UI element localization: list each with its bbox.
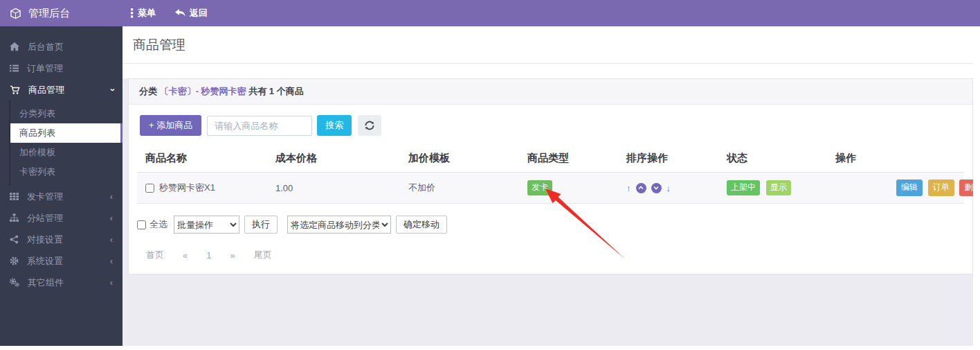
chevron-left-icon: ‹ [110, 234, 113, 245]
cube-icon [10, 8, 21, 19]
sidebar-item-home[interactable]: 后台首页 [0, 36, 122, 58]
home-icon [10, 42, 19, 51]
sort-controls: ↑ ↓ [626, 183, 710, 193]
pagination: 首页 « 1 » 尾页 [137, 249, 964, 261]
move-category-select[interactable]: 将选定商品移动到分类 [287, 216, 391, 234]
product-cost: 1.00 [267, 173, 400, 204]
cart-icon [10, 85, 20, 95]
topbar: 管理后台 菜单 返回 [0, 0, 980, 26]
chevron-left-icon: ‹ [110, 277, 113, 288]
sort-circle-down-icon[interactable] [651, 183, 662, 193]
grid-icon [10, 192, 19, 201]
refresh-button[interactable] [358, 115, 381, 136]
chevron-left-icon: ‹ [110, 256, 113, 266]
sidebar-item-orders[interactable]: 订单管理 [0, 58, 122, 79]
pagination-prev[interactable]: « [183, 250, 188, 261]
sort-down-icon[interactable]: ↓ [666, 183, 671, 193]
pagination-first[interactable]: 首页 [146, 249, 164, 261]
sidebar-item-system[interactable]: 系统设置 ‹ [0, 250, 122, 272]
back-link-label: 返回 [190, 7, 208, 19]
sidebar-item-other[interactable]: 其它组件 ‹ [0, 272, 122, 293]
product-panel: 分类 〔卡密〕- 秒赞网卡密 共有 1 个商品 + 添加商品 搜索 [128, 78, 973, 274]
search-button[interactable]: 搜索 [317, 115, 352, 136]
edit-button[interactable]: 编辑 [896, 180, 923, 196]
sidebar-item-products[interactable]: 商品管理 ‹ [0, 79, 122, 100]
pagination-page-1[interactable]: 1 [206, 250, 211, 261]
sidebar-item-label: 其它组件 [28, 277, 64, 289]
products-submenu: 分类列表 商品列表 加价模板 卡密列表 [0, 100, 122, 186]
add-product-button[interactable]: + 添加商品 [140, 115, 201, 136]
product-name: 秒赞网卡密X1 [159, 182, 215, 194]
sidebar-item-substation[interactable]: 分站管理 ‹ [0, 207, 122, 229]
product-markup: 不加价 [400, 173, 519, 204]
col-header-status: 状态 [718, 144, 827, 173]
page-title: 商品管理 [133, 36, 185, 54]
page-background: 分类 〔卡密〕- 秒赞网卡密 共有 1 个商品 + 添加商品 搜索 [122, 78, 973, 350]
back-link[interactable]: 返回 [175, 7, 208, 19]
sidebar-item-label: 后台首页 [28, 41, 64, 53]
status-badge-visible[interactable]: 显示 [766, 180, 791, 195]
sidebar-subitem-markup-template[interactable]: 加价模板 [0, 143, 122, 162]
sidebar-item-faka[interactable]: 发卡管理 ‹ [0, 186, 122, 207]
list-icon [10, 64, 19, 73]
topbar-links: 菜单 返回 [131, 7, 208, 19]
sidebar-subitem-card-list[interactable]: 卡密列表 [0, 162, 122, 182]
execute-button[interactable]: 执行 [244, 216, 278, 234]
scrollbar-track[interactable] [973, 53, 980, 350]
col-header-actions: 操作 [827, 144, 964, 173]
pagination-last[interactable]: 尾页 [254, 249, 272, 261]
menu-dots-icon [131, 8, 134, 18]
sidebar-item-label: 订单管理 [27, 62, 63, 75]
bottom-edge [0, 346, 980, 350]
sort-up-icon[interactable]: ↑ [626, 183, 631, 193]
chevron-left-icon: ‹ [110, 191, 113, 202]
pagination-next[interactable]: » [230, 250, 235, 261]
refresh-icon [365, 121, 374, 130]
page-title-bar: 商品管理 [122, 26, 980, 64]
sidebar-item-label: 对接设置 [27, 234, 63, 246]
table-header-row: 商品名称 成本价格 加价模板 商品类型 排序操作 状态 操作 [137, 144, 964, 173]
menu-link[interactable]: 菜单 [131, 7, 156, 19]
sidebar-subitem-product-list[interactable]: 商品列表 [10, 123, 122, 143]
sitemap-icon [10, 213, 19, 222]
select-all-checkbox[interactable] [137, 220, 146, 229]
sidebar-item-label: 分站管理 [27, 212, 63, 225]
brand-title: 管理后台 [28, 7, 70, 20]
sidebar-item-label: 商品管理 [28, 84, 64, 96]
select-all-label[interactable]: 全选 [149, 218, 167, 231]
admin-panel-screen: 管理后台 菜单 返回 [0, 0, 980, 350]
filter-count: 共有 1 个商品 [248, 86, 303, 96]
order-button[interactable]: 订单 [928, 180, 954, 196]
sidebar-subitem-category-list[interactable]: 分类列表 [0, 104, 122, 123]
status-badge-onsale[interactable]: 上架中 [727, 180, 760, 195]
brand[interactable]: 管理后台 [0, 7, 122, 20]
col-header-name: 商品名称 [137, 144, 267, 173]
panel-header: 分类 〔卡密〕- 秒赞网卡密 共有 1 个商品 [129, 79, 972, 105]
confirm-move-button[interactable]: 确定移动 [396, 216, 447, 234]
sidebar-item-docking[interactable]: 对接设置 ‹ [0, 229, 122, 250]
gears-icon [10, 278, 19, 287]
sidebar: 后台首页 订单管理 商 [0, 26, 122, 350]
bulk-action-select[interactable]: 批量操作 [174, 216, 239, 234]
menu-link-label: 菜单 [138, 7, 156, 19]
toolbar: + 添加商品 搜索 [137, 115, 964, 136]
batch-operations: 全选 批量操作 执行 将选定商品移动到分类 确定移动 [137, 216, 964, 234]
filter-prefix: 分类 [139, 86, 157, 96]
chevron-left-icon: ‹ [110, 213, 113, 223]
col-header-type: 商品类型 [519, 144, 618, 173]
back-arrow-icon [175, 9, 185, 17]
chevron-down-icon: ‹ [106, 88, 116, 91]
col-header-markup: 加价模板 [400, 144, 519, 173]
sidebar-item-label: 发卡管理 [27, 191, 63, 203]
table-row: 秒赞网卡密X1 1.00 不加价 发卡 ↑ [137, 173, 964, 204]
gear-icon [10, 256, 19, 265]
row-checkbox[interactable] [145, 184, 154, 193]
filter-category-link[interactable]: 〔卡密〕- 秒赞网卡密 [160, 86, 246, 96]
search-input[interactable] [207, 116, 312, 136]
product-table: 商品名称 成本价格 加价模板 商品类型 排序操作 状态 操作 [137, 144, 964, 204]
sort-circle-up-icon[interactable] [636, 183, 646, 193]
col-header-sort: 排序操作 [618, 144, 718, 173]
product-type-badge: 发卡 [527, 180, 552, 195]
col-header-cost: 成本价格 [267, 144, 400, 173]
sidebar-item-label: 系统设置 [27, 255, 63, 268]
